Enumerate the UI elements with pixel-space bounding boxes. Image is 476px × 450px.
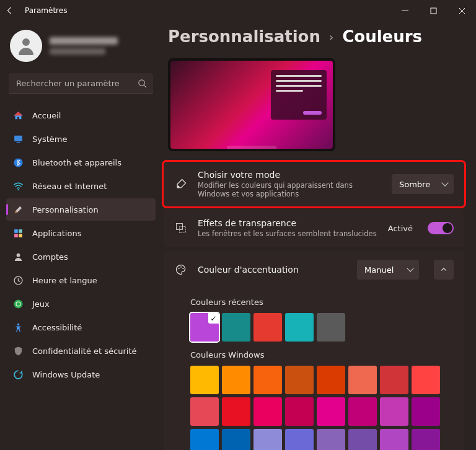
color-swatch[interactable] (348, 397, 377, 426)
color-swatch[interactable] (348, 429, 377, 450)
row-transparency[interactable]: Effets de transparence Les fenêtres et l… (164, 209, 464, 247)
collapse-button[interactable] (434, 260, 454, 280)
sidebar-item-applications[interactable]: Applications (6, 222, 156, 244)
breadcrumb-parent[interactable]: Personnalisation (168, 27, 320, 46)
gaming-icon (12, 298, 24, 309)
sidebar-item-label: Bluetooth et appareils (32, 158, 121, 167)
svg-point-2 (139, 80, 144, 86)
transparency-toggle[interactable] (428, 222, 454, 234)
sidebar-item-reseau[interactable]: Réseau et Internet (6, 175, 156, 197)
minimize-button[interactable] (390, 0, 419, 21)
svg-rect-10 (19, 234, 22, 237)
system-icon (12, 133, 24, 144)
sidebar-item-accessibilite[interactable]: Accessibilité (6, 316, 156, 338)
search-input[interactable] (15, 78, 138, 89)
close-button[interactable] (447, 0, 476, 21)
sidebar-item-comptes[interactable]: Comptes (6, 245, 156, 268)
sidebar-item-heure[interactable]: Heure et langue (6, 269, 156, 291)
color-swatch[interactable] (222, 429, 250, 450)
color-swatch[interactable] (380, 429, 408, 450)
sidebar-item-accueil[interactable]: Accueil (6, 104, 156, 126)
wifi-icon (12, 180, 24, 192)
color-swatch[interactable] (412, 366, 440, 394)
sidebar-item-systeme[interactable]: Système (6, 128, 156, 150)
sidebar-item-label: Jeux (32, 299, 50, 309)
svg-rect-0 (431, 8, 436, 14)
row-title: Couleur d'accentuation (198, 265, 347, 275)
palette-icon (174, 263, 188, 276)
svg-point-19 (178, 268, 180, 269)
color-swatch[interactable] (253, 397, 282, 426)
color-swatch[interactable] (253, 313, 282, 342)
windows-colors-label: Couleurs Windows (190, 350, 464, 360)
sidebar-item-label: Accessibilité (32, 323, 82, 332)
svg-point-20 (180, 267, 182, 268)
svg-rect-4 (16, 142, 20, 143)
recent-colors-label: Couleurs récentes (190, 298, 464, 307)
sidebar-item-jeux[interactable]: Jeux (6, 293, 156, 315)
content: Personnalisation › Couleurs Choisir votr… (158, 21, 476, 450)
svg-point-16 (177, 186, 179, 188)
sidebar-item-label: Réseau et Internet (32, 182, 107, 191)
color-swatch[interactable] (222, 397, 250, 426)
color-swatch[interactable] (190, 313, 219, 342)
brush-icon (174, 177, 188, 191)
maximize-button[interactable] (419, 0, 447, 21)
color-swatch[interactable] (317, 366, 345, 394)
color-swatch[interactable] (317, 397, 345, 426)
row-mode[interactable]: Choisir votre mode Modifier les couleurs… (164, 162, 464, 206)
svg-point-21 (182, 268, 183, 269)
recent-colors (190, 313, 464, 342)
svg-point-11 (16, 253, 20, 257)
user-header[interactable] (6, 27, 156, 72)
color-swatch[interactable] (285, 429, 314, 450)
mode-dropdown[interactable]: Sombre (392, 174, 454, 194)
chevron-right-icon: › (329, 30, 333, 43)
color-swatch[interactable] (412, 429, 440, 450)
color-swatch[interactable] (412, 397, 440, 426)
color-swatch[interactable] (380, 366, 408, 394)
color-swatch[interactable] (380, 397, 408, 426)
shield-icon (12, 345, 24, 356)
color-swatch[interactable] (253, 429, 282, 450)
sidebar-item-label: Système (32, 135, 67, 144)
color-swatch[interactable] (348, 366, 377, 394)
back-button[interactable] (5, 6, 14, 15)
sidebar-item-label: Windows Update (32, 370, 100, 379)
update-icon (12, 369, 24, 380)
home-icon (12, 110, 24, 121)
color-swatch[interactable] (190, 366, 219, 394)
sidebar: Accueil Système Bluetooth et appareils R… (0, 21, 158, 450)
sidebar-item-confidentialite[interactable]: Confidentialité et sécurité (6, 340, 156, 362)
row-title: Effets de transparence (198, 218, 378, 228)
sidebar-item-bluetooth[interactable]: Bluetooth et appareils (6, 151, 156, 174)
svg-rect-3 (14, 135, 22, 141)
svg-point-5 (14, 158, 22, 167)
color-swatch[interactable] (317, 429, 345, 450)
accounts-icon (12, 251, 24, 262)
sidebar-item-label: Comptes (32, 252, 68, 262)
accessibility-icon (12, 322, 24, 333)
sidebar-item-label: Personnalisation (32, 205, 99, 214)
sidebar-item-label: Accueil (32, 111, 61, 120)
color-swatch[interactable] (222, 366, 250, 394)
color-swatch[interactable] (285, 366, 314, 394)
sidebar-item-personnalisation[interactable]: Personnalisation (6, 198, 156, 221)
search-box[interactable] (9, 73, 153, 94)
row-subtitle: Modifier les couleurs qui apparaissent d… (198, 181, 382, 198)
color-swatch[interactable] (253, 366, 282, 394)
color-swatch[interactable] (285, 397, 314, 426)
row-accent[interactable]: Couleur d'accentuation Manuel (164, 250, 464, 289)
sidebar-item-label: Applications (32, 229, 81, 238)
color-swatch[interactable] (190, 429, 219, 450)
titlebar: Paramètres (0, 0, 476, 21)
color-swatch[interactable] (285, 313, 314, 342)
accent-dropdown[interactable]: Manuel (357, 260, 419, 280)
breadcrumb: Personnalisation › Couleurs (168, 27, 464, 46)
svg-point-15 (17, 323, 19, 325)
color-swatch[interactable] (222, 313, 250, 342)
color-swatch[interactable] (317, 313, 345, 342)
color-swatch[interactable] (190, 397, 219, 426)
theme-preview (168, 58, 335, 151)
sidebar-item-update[interactable]: Windows Update (6, 363, 156, 386)
